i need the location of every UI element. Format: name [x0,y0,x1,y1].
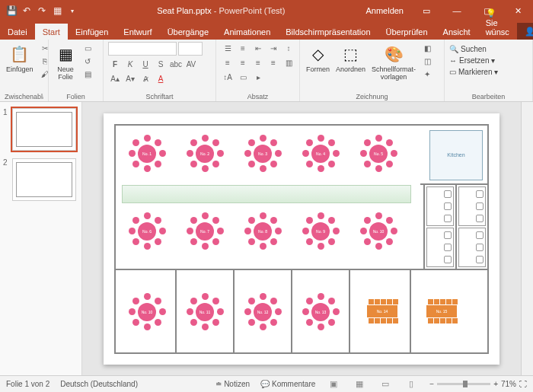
indent-increase-icon[interactable]: ⇥ [266,42,280,54]
thumb-2[interactable]: 2 [3,158,78,201]
quick-styles-button[interactable]: 🎨 Schnellformat- vorlagen [370,42,417,83]
start-from-beginning-icon[interactable]: ▦ [52,5,62,16]
ribbon-options-icon[interactable]: ▭ [411,0,442,21]
align-center-icon[interactable]: ≡ [236,56,250,69]
reading-view-icon[interactable]: ▭ [378,378,393,390]
tell-me[interactable]: 💡 Sie wünsc [478,5,517,40]
seat [129,150,136,157]
seat [434,318,439,323]
align-right-icon[interactable]: ≡ [251,56,265,69]
tab-ueberpruefen[interactable]: Überprüfen [378,24,436,40]
undo-icon[interactable]: ↶ [21,5,32,16]
new-slide-button[interactable]: ▦ Neue Folie [53,42,78,83]
paste-button[interactable]: 📋 Einfügen [5,42,35,75]
spacing-icon[interactable]: AV [184,58,198,70]
bathroom-3 [426,228,454,267]
font-size-input[interactable] [178,42,203,56]
indent-decrease-icon[interactable]: ⇤ [251,42,265,54]
seat [248,238,255,245]
thumb-2-preview[interactable] [12,158,76,201]
seat [190,298,197,304]
clear-format-icon[interactable]: A̷ [139,72,152,84]
rect-table: No. 14 [359,298,405,325]
columns-icon[interactable]: ▥ [282,56,295,69]
find-button[interactable]: 🔍 Suchen [449,45,487,53]
align-left-icon[interactable]: ≡ [221,56,235,69]
reset-icon[interactable]: ↺ [81,55,94,67]
save-icon[interactable]: 💾 [6,5,17,16]
shadow-icon[interactable]: abc [169,58,183,70]
tab-ansicht[interactable]: Ansicht [436,24,478,40]
zoom-level[interactable]: 71% [501,380,516,388]
shapes-button[interactable]: ◇ Formen [305,42,331,75]
slide-panel[interactable]: 1 2 [0,102,82,375]
bullets-icon[interactable]: ☰ [221,42,235,54]
slide[interactable]: Kitchen No. 1No. 2No. 3No. 4No. [104,113,499,365]
tab-start[interactable]: Start [35,24,68,40]
select-button[interactable]: ▭ Markieren ▾ [449,68,498,76]
notes-button[interactable]: ≐ Notizen [215,380,250,388]
sorter-view-icon[interactable]: ▦ [352,378,367,390]
thumb-1-preview[interactable] [12,108,76,151]
table-label: No. 4 [311,145,330,163]
grow-font-icon[interactable]: A▴ [108,72,122,84]
replace-button[interactable]: ↔ Ersetzen ▾ [449,56,495,65]
round-table: No. 3 [242,133,283,174]
seat [318,243,324,250]
strikethrough-icon[interactable]: S [154,58,168,70]
notes-label: Notizen [224,380,250,388]
normal-view-icon[interactable]: ▣ [326,378,341,390]
tab-bildschirmpraesentation[interactable]: Bildschirmpräsentation [278,24,378,40]
signin-link[interactable]: Anmelden [358,6,411,15]
comments-button[interactable]: 💬 Kommentare [260,380,315,388]
tab-uebergaenge[interactable]: Übergänge [160,24,216,40]
redo-icon[interactable]: ↷ [37,5,47,16]
font-name-input[interactable] [108,42,177,56]
shape-fill-icon[interactable]: ◧ [420,42,434,54]
seat [302,308,309,315]
share-button[interactable]: 👤 Freigeben [517,23,533,40]
zoom-control[interactable]: − + 71% ⛶ [429,380,527,388]
qat-dropdown-icon[interactable]: ▾ [67,5,78,16]
fit-to-window-icon[interactable]: ⛶ [519,380,527,388]
round-table: No. 1 [126,133,168,174]
slideshow-view-icon[interactable]: ▯ [404,378,419,390]
room-wall-1 [175,269,177,352]
text-direction-icon[interactable]: ↕A [221,71,235,83]
seat [364,217,371,224]
zoom-in-icon[interactable]: + [493,380,498,388]
bathroom-2 [458,186,486,226]
seat [187,308,193,315]
underline-icon[interactable]: U [139,58,152,70]
section-icon[interactable]: ▤ [81,68,94,80]
shrink-font-icon[interactable]: A▾ [123,72,137,84]
language-indicator[interactable]: Deutsch (Deutschland) [60,380,138,388]
zoom-out-icon[interactable]: − [429,380,434,388]
layout-icon[interactable]: ▭ [81,42,94,54]
smartart-icon[interactable]: ▸ [251,71,265,83]
thumb-1[interactable]: 1 [3,108,78,151]
seat [328,161,335,167]
slide-canvas[interactable]: Kitchen No. 1No. 2No. 3No. 4No. [82,102,521,375]
tab-einfuegen[interactable]: Einfügen [68,24,116,40]
justify-icon[interactable]: ≡ [266,56,280,69]
italic-icon[interactable]: K [123,58,137,70]
font-color-icon[interactable]: A [154,72,168,84]
tab-entwurf[interactable]: Entwurf [116,24,159,40]
minimize-icon[interactable]: — [442,0,472,21]
shape-outline-icon[interactable]: ◫ [420,55,434,67]
vertical-scrollbar[interactable] [521,102,533,375]
para-group-label: Absatz [221,92,295,100]
tab-animationen[interactable]: Animationen [216,24,278,40]
seat [144,165,151,172]
group-editing: 🔍 Suchen ↔ Ersetzen ▾ ▭ Markieren ▾ Bear… [445,40,533,101]
statusbar: Folie 1 von 2 Deutsch (Deutschland) ≐ No… [0,375,533,392]
shape-effects-icon[interactable]: ✦ [420,68,434,80]
tab-datei[interactable]: Datei [0,24,35,40]
align-text-icon[interactable]: ▭ [236,71,250,83]
arrange-button[interactable]: ⬚ Anordnen [334,42,367,75]
bold-icon[interactable]: F [108,58,122,70]
line-spacing-icon[interactable]: ↕ [282,42,295,54]
numbering-icon[interactable]: ≡ [236,42,250,54]
zoom-slider[interactable] [437,383,490,385]
